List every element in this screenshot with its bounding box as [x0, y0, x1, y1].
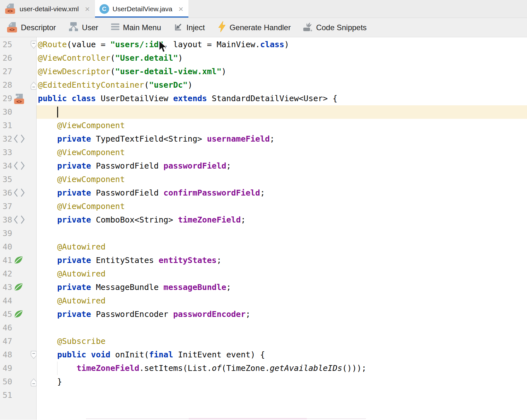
code-token	[38, 202, 57, 211]
code-line[interactable]: private PasswordField confirmPasswordFie…	[37, 186, 527, 200]
gutter-line[interactable]: 27	[0, 65, 36, 78]
java-class-icon: C	[99, 4, 109, 14]
tab-user-detail-view-xml[interactable]: <> user-detail-view.xml ×	[0, 0, 95, 18]
gutter-line[interactable]: 50	[0, 375, 36, 389]
line-number: 29	[3, 92, 12, 105]
code-line[interactable]	[37, 321, 527, 335]
code-token: @Route	[38, 40, 67, 49]
toolbar-item-main-menu[interactable]: Main Menu	[110, 22, 161, 33]
code-line[interactable]: @ViewComponent	[37, 119, 527, 132]
close-icon[interactable]: ×	[178, 5, 183, 13]
gutter-line[interactable]: 36	[0, 186, 36, 200]
code-token: @Autowired	[57, 242, 106, 251]
code-token: @Autowired	[57, 296, 106, 305]
gutter-line[interactable]: 47	[0, 335, 36, 348]
gutter-line[interactable]: 35	[0, 173, 36, 186]
code-token: ()));	[342, 363, 366, 373]
code-line[interactable]: @Subscribe	[37, 335, 527, 348]
fold-region-start-icon[interactable]	[30, 351, 37, 360]
line-number: 26	[3, 51, 12, 65]
view-component-icon[interactable]	[13, 161, 25, 171]
gutter-line[interactable]: 37	[0, 200, 36, 213]
code-token: timeZoneField	[178, 215, 241, 224]
gutter-line[interactable]: 31	[0, 119, 36, 132]
code-token: extends	[173, 94, 207, 103]
code-line[interactable]: private TypedTextField<String> usernameF…	[37, 132, 527, 146]
gutter-line[interactable]: 45	[0, 308, 36, 321]
code-line[interactable]	[37, 389, 527, 402]
code-line[interactable]: @Autowired	[37, 267, 527, 281]
code-token: private	[57, 283, 91, 292]
fold-region-start-icon[interactable]	[30, 40, 37, 49]
code-line[interactable]: private EntityStates entityStates;	[37, 254, 527, 267]
gutter-line[interactable]: 38	[0, 213, 36, 227]
toolbar-item-generate-handler[interactable]: Generate Handler	[217, 21, 291, 34]
gutter-line[interactable]: 30	[0, 105, 36, 119]
code-token: final	[149, 350, 173, 359]
gutter-line[interactable]: 48	[0, 348, 36, 362]
code-area[interactable]: @Route(value = "users/:id", layout = Mai…	[37, 37, 527, 420]
toolbar-item-inject[interactable]: Inject	[173, 22, 205, 34]
toolbar-item-descriptor[interactable]: <> Descriptor	[6, 22, 56, 33]
gutter-line[interactable]: 28	[0, 78, 36, 92]
code-line[interactable]: @ViewDescriptor("user-detail-view.xml")	[37, 65, 527, 78]
gutter-line[interactable]: 25	[0, 38, 36, 51]
code-line[interactable]: @ViewComponent	[37, 146, 527, 159]
toolbar-item-label: Inject	[186, 23, 205, 32]
fold-region-end-icon[interactable]	[30, 378, 37, 387]
code-line[interactable]: @Autowired	[37, 294, 527, 308]
gutter-line[interactable]: 40	[0, 240, 36, 254]
line-number: 43	[3, 281, 12, 294]
code-line[interactable]: @Route(value = "users/:id", layout = Mai…	[37, 38, 527, 51]
code-line[interactable]: @EditedEntityContainer("userDc")	[37, 78, 527, 92]
gutter-line[interactable]: 26	[0, 51, 36, 65]
gutter-line[interactable]: 29<>	[0, 92, 36, 105]
gutter-line[interactable]: 46	[0, 321, 36, 335]
code-line[interactable]: private PasswordField passwordField;	[37, 159, 527, 173]
code-snippets-icon	[303, 22, 313, 34]
gutter-line[interactable]: 42	[0, 267, 36, 281]
spring-bean-icon[interactable]	[13, 282, 24, 293]
gutter-line[interactable]: 44	[0, 294, 36, 308]
code-line[interactable]: private PasswordEncoder passwordEncoder;	[37, 308, 527, 321]
code-line[interactable]: @ViewComponent	[37, 200, 527, 213]
code-line[interactable]: @Autowired	[37, 240, 527, 254]
code-line[interactable]: private ComboBox<String> timeZoneField;	[37, 213, 527, 227]
gutter-line[interactable]: 33	[0, 146, 36, 159]
gutter-line[interactable]: 34	[0, 159, 36, 173]
code-line[interactable]: @ViewController("User.detail")	[37, 51, 527, 65]
view-component-icon[interactable]	[13, 188, 25, 197]
gutter-line[interactable]: 39	[0, 227, 36, 240]
code-line[interactable]	[37, 227, 527, 240]
inject-arrow-icon	[173, 22, 184, 34]
toolbar-item-user[interactable]: User	[68, 22, 98, 34]
code-line[interactable]	[37, 105, 527, 119]
code-line[interactable]: public class UserDetailView extends Stan…	[37, 92, 527, 105]
code-line[interactable]: }	[37, 375, 527, 389]
spring-bean-icon[interactable]	[13, 309, 24, 319]
code-token: , layout = MainView.	[163, 40, 260, 49]
line-number: 41	[3, 254, 12, 267]
code-line[interactable]: timeZoneField.setItems(List.of(TimeZone.…	[37, 362, 527, 375]
code-token: PasswordEncoder	[91, 310, 173, 319]
gutter-line[interactable]: 32	[0, 132, 36, 146]
close-icon[interactable]: ×	[85, 5, 90, 13]
code-line[interactable]: private MessageBundle messageBundle;	[37, 281, 527, 294]
view-component-icon[interactable]	[13, 134, 25, 144]
code-token: PasswordField	[91, 161, 164, 171]
line-number: 44	[3, 294, 12, 308]
fold-region-end-icon[interactable]	[30, 81, 37, 90]
gutter-line[interactable]: 43	[0, 281, 36, 294]
code-line[interactable]: @ViewComponent	[37, 173, 527, 186]
gutter-line[interactable]: 49	[0, 362, 36, 375]
gutter[interactable]: 2526272829<>3031323334353637383940414243…	[0, 37, 37, 420]
line-number: 51	[3, 389, 12, 402]
spring-bean-icon[interactable]	[13, 255, 24, 266]
gutter-line[interactable]: 41	[0, 254, 36, 267]
view-component-icon[interactable]	[13, 215, 25, 224]
gutter-line[interactable]: 51	[0, 389, 36, 402]
code-token: InitEvent event) {	[173, 350, 265, 359]
toolbar-item-code-snippets[interactable]: Code Snippets	[303, 22, 367, 34]
code-line[interactable]: public void onInit(final InitEvent event…	[37, 348, 527, 362]
tab-userdetailview-java[interactable]: C UserDetailView.java ×	[95, 0, 189, 18]
